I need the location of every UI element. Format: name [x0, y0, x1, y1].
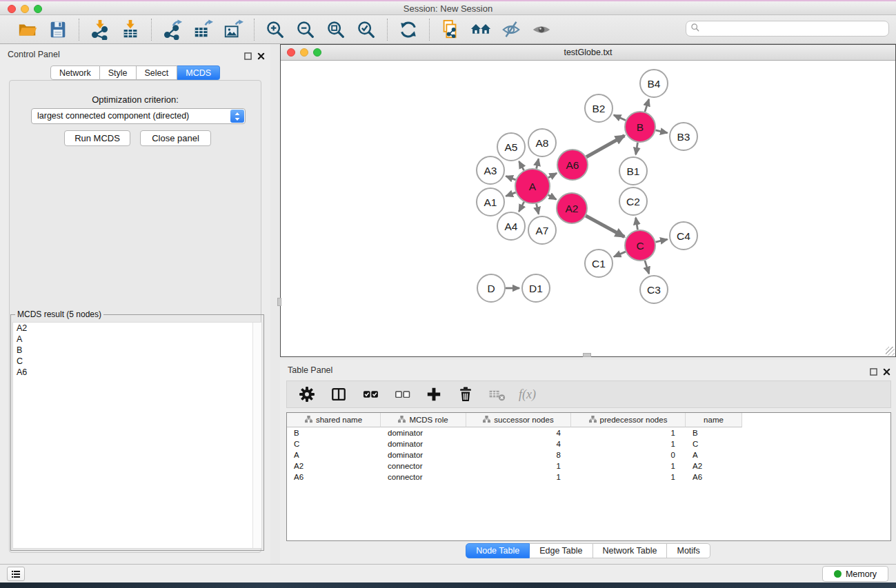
- node-A2[interactable]: A2: [557, 193, 587, 223]
- edge-A-A5[interactable]: [519, 161, 524, 170]
- edge-C-C4[interactable]: [655, 239, 667, 242]
- node-D[interactable]: D: [477, 274, 505, 302]
- edge-A-A3[interactable]: [506, 176, 515, 179]
- table-cell[interactable]: A: [686, 449, 742, 460]
- table-cell[interactable]: 8: [466, 449, 571, 460]
- edge-A-A6[interactable]: [548, 173, 557, 177]
- add-column-icon[interactable]: [424, 384, 444, 405]
- close-table-panel-icon[interactable]: [883, 366, 890, 378]
- panel-list-button[interactable]: [7, 567, 25, 581]
- hide-selected-icon[interactable]: [500, 19, 522, 41]
- tab-node-table[interactable]: Node Table: [466, 543, 530, 558]
- zoom-fit-icon[interactable]: [325, 19, 347, 41]
- float-table-panel-icon[interactable]: [870, 366, 877, 378]
- node-B4[interactable]: B4: [640, 70, 668, 97]
- node-C3[interactable]: C3: [640, 276, 668, 303]
- open-session-icon[interactable]: [17, 19, 39, 41]
- mcds-result-item[interactable]: B: [13, 345, 261, 356]
- edge-C-C2[interactable]: [636, 218, 638, 230]
- network-canvas[interactable]: AA6A2BCA5A8A3A1A4A7B4B2B3B1C2C4C1C3DD1: [281, 61, 895, 356]
- node-B3[interactable]: B3: [670, 123, 697, 150]
- table-cell[interactable]: 1: [571, 460, 686, 472]
- export-network-icon[interactable]: [161, 19, 183, 41]
- table-row[interactable]: Bdominator41B: [287, 427, 890, 438]
- import-table-icon[interactable]: [119, 19, 141, 41]
- table-cell[interactable]: 4: [466, 427, 571, 438]
- table-cell[interactable]: A2: [287, 460, 381, 472]
- column-header-MCDS-role[interactable]: MCDS role: [381, 413, 466, 427]
- table-cell[interactable]: A6: [686, 472, 742, 483]
- new-network-from-selection-icon[interactable]: [439, 19, 461, 41]
- table-cell[interactable]: 1: [571, 438, 686, 449]
- table-row[interactable]: A2connector11A2: [287, 460, 890, 472]
- edge-B-B2[interactable]: [614, 115, 626, 121]
- table-cell[interactable]: 1: [571, 472, 686, 483]
- node-C[interactable]: C: [625, 230, 655, 261]
- node-A4[interactable]: A4: [497, 212, 525, 240]
- select-all-columns-icon[interactable]: [360, 384, 381, 405]
- tab-network-table[interactable]: Network Table: [593, 543, 668, 558]
- float-panel-icon[interactable]: [244, 50, 252, 63]
- edge-A-A2[interactable]: [548, 195, 557, 200]
- export-table-icon[interactable]: [192, 19, 214, 41]
- edge-A-A7[interactable]: [537, 203, 539, 214]
- table-cell[interactable]: C: [686, 438, 742, 449]
- edge-C-C3[interactable]: [645, 261, 649, 274]
- mcds-result-item[interactable]: A6: [13, 367, 261, 378]
- split-columns-icon[interactable]: [328, 384, 349, 405]
- node-C4[interactable]: C4: [670, 222, 697, 250]
- node-A1[interactable]: A1: [477, 188, 504, 216]
- table-cell[interactable]: A2: [686, 460, 742, 472]
- table-cell[interactable]: connector: [381, 472, 466, 483]
- tab-style[interactable]: Style: [100, 65, 137, 80]
- table-cell[interactable]: 1: [466, 472, 571, 483]
- edge-A-A1[interactable]: [506, 192, 515, 196]
- edge-A-A4[interactable]: [519, 202, 524, 212]
- table-cell[interactable]: A6: [287, 472, 381, 483]
- mcds-list-scrollbar[interactable]: [252, 323, 261, 548]
- table-cell[interactable]: 4: [466, 438, 571, 449]
- network-home-icon[interactable]: [470, 19, 492, 41]
- window-resize-grip[interactable]: [886, 347, 895, 356]
- refresh-layout-icon[interactable]: [397, 19, 419, 41]
- node-table[interactable]: shared nameMCDS rolesuccessor nodesprede…: [286, 412, 891, 541]
- vertical-splitter-handle[interactable]: [277, 298, 281, 306]
- node-A7[interactable]: A7: [528, 216, 556, 244]
- node-C2[interactable]: C2: [619, 187, 647, 215]
- edge-C-C1[interactable]: [614, 252, 626, 256]
- edge-B-B3[interactable]: [655, 130, 667, 133]
- tab-network[interactable]: Network: [50, 65, 100, 80]
- network-window-titlebar[interactable]: testGlobe.txt: [281, 45, 895, 61]
- unselect-all-columns-icon[interactable]: [392, 384, 412, 405]
- table-cell[interactable]: 1: [571, 427, 686, 438]
- node-A8[interactable]: A8: [528, 129, 556, 156]
- column-header-name[interactable]: name: [686, 413, 742, 427]
- table-cell[interactable]: connector: [381, 460, 466, 472]
- mcds-result-item[interactable]: A2: [13, 323, 261, 334]
- table-cell[interactable]: C: [287, 438, 381, 449]
- run-mcds-button[interactable]: Run MCDS: [64, 130, 130, 146]
- node-D1[interactable]: D1: [522, 274, 550, 302]
- table-cell[interactable]: B: [686, 427, 742, 438]
- node-A3[interactable]: A3: [477, 156, 504, 184]
- mcds-result-list[interactable]: A2ABCA6: [12, 322, 262, 549]
- table-cell[interactable]: dominator: [381, 427, 466, 438]
- edge-B-B1[interactable]: [636, 143, 638, 155]
- save-session-icon[interactable]: [47, 19, 69, 41]
- node-A5[interactable]: A5: [497, 133, 525, 161]
- node-A[interactable]: A: [515, 169, 550, 203]
- tab-select[interactable]: Select: [137, 65, 178, 80]
- node-A6[interactable]: A6: [557, 150, 588, 180]
- edge-A2-C[interactable]: [586, 216, 624, 237]
- table-settings-icon[interactable]: [297, 384, 317, 405]
- tab-edge-table[interactable]: Edge Table: [530, 543, 593, 558]
- table-row[interactable]: Adominator80A: [287, 449, 890, 460]
- node-C1[interactable]: C1: [585, 250, 613, 277]
- mcds-result-item[interactable]: A: [13, 334, 261, 345]
- node-B2[interactable]: B2: [585, 94, 613, 122]
- search-input[interactable]: [700, 24, 888, 34]
- zoom-out-icon[interactable]: [295, 19, 317, 41]
- table-row[interactable]: A6connector11A6: [287, 472, 890, 483]
- close-panel-icon[interactable]: [257, 50, 265, 63]
- close-panel-button[interactable]: Close panel: [140, 130, 211, 146]
